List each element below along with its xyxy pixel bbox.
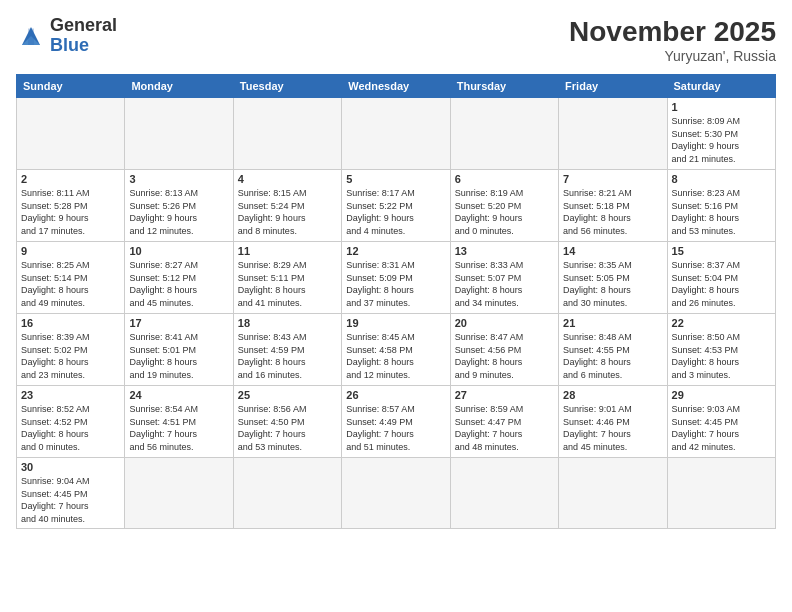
header-friday: Friday [559, 75, 667, 98]
title-block: November 2025 Yuryuzan', Russia [569, 16, 776, 64]
calendar-cell: 5Sunrise: 8:17 AM Sunset: 5:22 PM Daylig… [342, 170, 450, 242]
calendar-cell: 20Sunrise: 8:47 AM Sunset: 4:56 PM Dayli… [450, 314, 558, 386]
day-number: 9 [21, 245, 120, 257]
day-number: 28 [563, 389, 662, 401]
day-number: 26 [346, 389, 445, 401]
header-thursday: Thursday [450, 75, 558, 98]
calendar-cell [450, 98, 558, 170]
day-info: Sunrise: 8:52 AM Sunset: 4:52 PM Dayligh… [21, 403, 120, 453]
calendar-cell [125, 98, 233, 170]
day-number: 11 [238, 245, 337, 257]
day-number: 15 [672, 245, 771, 257]
day-number: 6 [455, 173, 554, 185]
logo-text: General Blue [50, 16, 117, 56]
day-info: Sunrise: 9:03 AM Sunset: 4:45 PM Dayligh… [672, 403, 771, 453]
day-number: 3 [129, 173, 228, 185]
calendar-cell: 9Sunrise: 8:25 AM Sunset: 5:14 PM Daylig… [17, 242, 125, 314]
calendar-cell [342, 98, 450, 170]
day-info: Sunrise: 8:50 AM Sunset: 4:53 PM Dayligh… [672, 331, 771, 381]
header-saturday: Saturday [667, 75, 775, 98]
day-number: 4 [238, 173, 337, 185]
day-info: Sunrise: 8:37 AM Sunset: 5:04 PM Dayligh… [672, 259, 771, 309]
day-info: Sunrise: 8:25 AM Sunset: 5:14 PM Dayligh… [21, 259, 120, 309]
calendar-cell: 8Sunrise: 8:23 AM Sunset: 5:16 PM Daylig… [667, 170, 775, 242]
day-info: Sunrise: 8:56 AM Sunset: 4:50 PM Dayligh… [238, 403, 337, 453]
day-number: 10 [129, 245, 228, 257]
calendar-cell [559, 458, 667, 529]
header-tuesday: Tuesday [233, 75, 341, 98]
header-wednesday: Wednesday [342, 75, 450, 98]
day-info: Sunrise: 8:13 AM Sunset: 5:26 PM Dayligh… [129, 187, 228, 237]
day-number: 29 [672, 389, 771, 401]
calendar-cell: 16Sunrise: 8:39 AM Sunset: 5:02 PM Dayli… [17, 314, 125, 386]
calendar-cell: 27Sunrise: 8:59 AM Sunset: 4:47 PM Dayli… [450, 386, 558, 458]
day-number: 5 [346, 173, 445, 185]
day-number: 8 [672, 173, 771, 185]
day-info: Sunrise: 8:27 AM Sunset: 5:12 PM Dayligh… [129, 259, 228, 309]
logo-blue: Blue [50, 35, 89, 55]
calendar-cell: 2Sunrise: 8:11 AM Sunset: 5:28 PM Daylig… [17, 170, 125, 242]
day-number: 19 [346, 317, 445, 329]
day-info: Sunrise: 8:15 AM Sunset: 5:24 PM Dayligh… [238, 187, 337, 237]
calendar-cell: 13Sunrise: 8:33 AM Sunset: 5:07 PM Dayli… [450, 242, 558, 314]
calendar-cell: 12Sunrise: 8:31 AM Sunset: 5:09 PM Dayli… [342, 242, 450, 314]
day-info: Sunrise: 8:41 AM Sunset: 5:01 PM Dayligh… [129, 331, 228, 381]
calendar-cell: 17Sunrise: 8:41 AM Sunset: 5:01 PM Dayli… [125, 314, 233, 386]
day-number: 27 [455, 389, 554, 401]
calendar-cell: 7Sunrise: 8:21 AM Sunset: 5:18 PM Daylig… [559, 170, 667, 242]
calendar-cell [17, 98, 125, 170]
day-number: 2 [21, 173, 120, 185]
day-number: 1 [672, 101, 771, 113]
page: General Blue November 2025 Yuryuzan', Ru… [0, 0, 792, 612]
calendar-cell [125, 458, 233, 529]
calendar-cell: 14Sunrise: 8:35 AM Sunset: 5:05 PM Dayli… [559, 242, 667, 314]
day-info: Sunrise: 9:04 AM Sunset: 4:45 PM Dayligh… [21, 475, 120, 525]
day-info: Sunrise: 8:39 AM Sunset: 5:02 PM Dayligh… [21, 331, 120, 381]
header: General Blue November 2025 Yuryuzan', Ru… [16, 16, 776, 64]
logo-general: General [50, 15, 117, 35]
calendar-cell: 30Sunrise: 9:04 AM Sunset: 4:45 PM Dayli… [17, 458, 125, 529]
calendar-cell: 19Sunrise: 8:45 AM Sunset: 4:58 PM Dayli… [342, 314, 450, 386]
calendar-cell: 23Sunrise: 8:52 AM Sunset: 4:52 PM Dayli… [17, 386, 125, 458]
day-info: Sunrise: 8:33 AM Sunset: 5:07 PM Dayligh… [455, 259, 554, 309]
day-number: 14 [563, 245, 662, 257]
calendar-cell: 25Sunrise: 8:56 AM Sunset: 4:50 PM Dayli… [233, 386, 341, 458]
calendar-cell [667, 458, 775, 529]
logo: General Blue [16, 16, 117, 56]
day-info: Sunrise: 8:19 AM Sunset: 5:20 PM Dayligh… [455, 187, 554, 237]
calendar-cell: 24Sunrise: 8:54 AM Sunset: 4:51 PM Dayli… [125, 386, 233, 458]
day-info: Sunrise: 8:43 AM Sunset: 4:59 PM Dayligh… [238, 331, 337, 381]
day-info: Sunrise: 8:17 AM Sunset: 5:22 PM Dayligh… [346, 187, 445, 237]
day-number: 30 [21, 461, 120, 473]
day-number: 13 [455, 245, 554, 257]
day-info: Sunrise: 9:01 AM Sunset: 4:46 PM Dayligh… [563, 403, 662, 453]
day-number: 7 [563, 173, 662, 185]
calendar: Sunday Monday Tuesday Wednesday Thursday… [16, 74, 776, 529]
day-number: 12 [346, 245, 445, 257]
day-info: Sunrise: 8:45 AM Sunset: 4:58 PM Dayligh… [346, 331, 445, 381]
month-title: November 2025 [569, 16, 776, 48]
day-number: 23 [21, 389, 120, 401]
calendar-cell: 29Sunrise: 9:03 AM Sunset: 4:45 PM Dayli… [667, 386, 775, 458]
calendar-cell: 28Sunrise: 9:01 AM Sunset: 4:46 PM Dayli… [559, 386, 667, 458]
calendar-cell: 1Sunrise: 8:09 AM Sunset: 5:30 PM Daylig… [667, 98, 775, 170]
location-subtitle: Yuryuzan', Russia [569, 48, 776, 64]
calendar-cell [233, 458, 341, 529]
calendar-cell [342, 458, 450, 529]
calendar-cell: 6Sunrise: 8:19 AM Sunset: 5:20 PM Daylig… [450, 170, 558, 242]
calendar-cell [559, 98, 667, 170]
day-info: Sunrise: 8:35 AM Sunset: 5:05 PM Dayligh… [563, 259, 662, 309]
day-info: Sunrise: 8:59 AM Sunset: 4:47 PM Dayligh… [455, 403, 554, 453]
calendar-cell: 15Sunrise: 8:37 AM Sunset: 5:04 PM Dayli… [667, 242, 775, 314]
day-number: 22 [672, 317, 771, 329]
day-info: Sunrise: 8:09 AM Sunset: 5:30 PM Dayligh… [672, 115, 771, 165]
day-info: Sunrise: 8:23 AM Sunset: 5:16 PM Dayligh… [672, 187, 771, 237]
header-monday: Monday [125, 75, 233, 98]
day-info: Sunrise: 8:57 AM Sunset: 4:49 PM Dayligh… [346, 403, 445, 453]
calendar-cell: 26Sunrise: 8:57 AM Sunset: 4:49 PM Dayli… [342, 386, 450, 458]
day-number: 24 [129, 389, 228, 401]
day-number: 21 [563, 317, 662, 329]
day-info: Sunrise: 8:29 AM Sunset: 5:11 PM Dayligh… [238, 259, 337, 309]
calendar-cell: 18Sunrise: 8:43 AM Sunset: 4:59 PM Dayli… [233, 314, 341, 386]
logo-icon [16, 21, 46, 51]
